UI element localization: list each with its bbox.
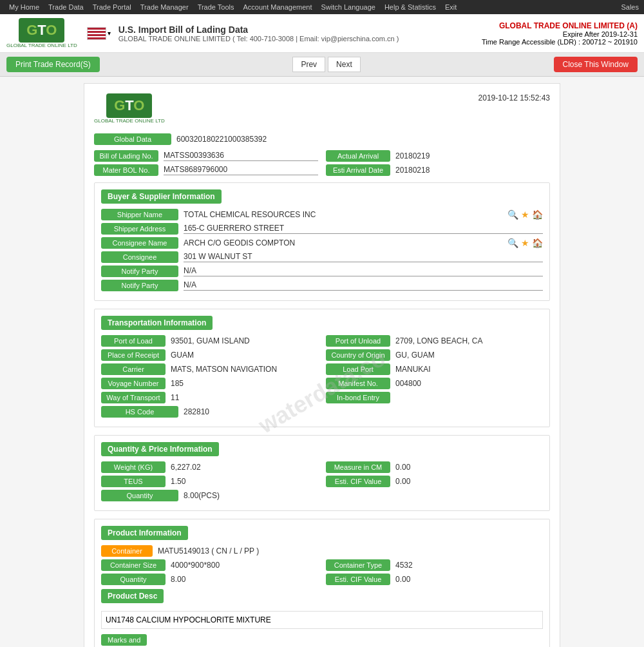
transport-inbond-row: Way of Transport 11 In-bond Entry bbox=[101, 392, 543, 403]
way-transport-label: Way of Transport bbox=[101, 392, 166, 403]
shipper-icons: 🔍 ★ 🏠 bbox=[507, 209, 543, 220]
voyage-col: Voyage Number 185 bbox=[101, 378, 318, 389]
nav-trade-data[interactable]: Trade Data bbox=[44, 2, 88, 12]
manifest-label: Manifest No. bbox=[326, 378, 390, 389]
doc-logo-box: GTO bbox=[106, 93, 152, 118]
header-title: U.S. Import Bill of Lading Data GLOBAL T… bbox=[118, 24, 482, 43]
hs-code-label: HS Code bbox=[101, 406, 178, 418]
port-unload-value: 2709, LONG BEACH, CA bbox=[395, 336, 543, 345]
container-size-label: Container Size bbox=[101, 559, 166, 571]
consignee-search-icon[interactable]: 🔍 bbox=[507, 238, 518, 248]
weight-measure-row: Weight (KG) 6,227.02 Measure in CM 0.00 bbox=[101, 461, 543, 473]
place-receipt-value: GUAM bbox=[171, 351, 318, 360]
header-right: GLOBAL TRADE ONLINE LIMITED (A) Expire A… bbox=[482, 21, 638, 46]
way-transport-col: Way of Transport 11 bbox=[101, 392, 318, 403]
bol-row: Bill of Lading No. MATSS00393636 Actual … bbox=[94, 150, 550, 162]
country-origin-col: Country of Origin GU, GUAM bbox=[326, 349, 543, 361]
close-button-top[interactable]: Close This Window bbox=[554, 57, 638, 72]
nav-exit[interactable]: Exit bbox=[441, 2, 460, 12]
teus-label: TEUS bbox=[101, 476, 166, 487]
inbond-col: In-bond Entry bbox=[326, 392, 543, 403]
consignee-name-value: ARCH C/O GEODIS COMPTON bbox=[184, 238, 502, 247]
actual-arrival-label: Actual Arrival bbox=[326, 150, 390, 162]
consignee-icons: 🔍 ★ 🏠 bbox=[507, 238, 543, 248]
voyage-label: Voyage Number bbox=[101, 378, 166, 389]
transport-section: Transportation Information Port of Load … bbox=[94, 309, 550, 427]
container-size-type-row: Container Size 4000*900*800 Container Ty… bbox=[101, 559, 543, 571]
logo-area: GTO GLOBAL TRADE ONLINE LTD bbox=[6, 18, 77, 48]
country-origin-value: GU, GUAM bbox=[395, 351, 543, 360]
nav-help[interactable]: Help & Statistics bbox=[381, 2, 440, 12]
nav-trade-tools[interactable]: Trade Tools bbox=[194, 2, 238, 12]
shipper-star-icon[interactable]: ★ bbox=[521, 209, 529, 220]
port-unload-label: Port of Unload bbox=[326, 335, 390, 347]
next-button-top[interactable]: Next bbox=[328, 57, 361, 72]
load-port-col: Load Port MANUKAI bbox=[326, 363, 543, 375]
hs-code-row: HS Code 282810 bbox=[101, 406, 543, 418]
consignee-star-icon[interactable]: ★ bbox=[521, 238, 529, 248]
cif-value: 0.00 bbox=[395, 477, 543, 486]
cif-col: Esti. CIF Value 0.00 bbox=[326, 476, 543, 487]
nav-trade-portal[interactable]: Trade Portal bbox=[89, 2, 135, 12]
shipper-name-value: TOTAL CHEMICAL RESOURCES INC bbox=[184, 210, 502, 219]
notify-party-value2: N/A bbox=[184, 280, 543, 291]
shipper-search-icon[interactable]: 🔍 bbox=[507, 209, 518, 220]
carrier-col: Carrier MATS, MATSON NAVIGATION bbox=[101, 363, 318, 375]
cif-label: Esti. CIF Value bbox=[326, 476, 390, 487]
nav-sales: Sales bbox=[621, 3, 639, 11]
notify-party-row2: Notify Party N/A bbox=[101, 280, 543, 291]
prod-cif-label: Esti. CIF Value bbox=[326, 574, 390, 585]
document: waterdata.co GTO GLOBAL TRADE ONLINE LTD… bbox=[84, 83, 560, 647]
quantity-row: Quantity 8.00(PCS) bbox=[101, 490, 543, 501]
nav-my-home[interactable]: My Home bbox=[5, 2, 43, 12]
consignee-home-icon[interactable]: 🏠 bbox=[532, 238, 543, 248]
actual-arrival-col: Actual Arrival 20180219 bbox=[326, 150, 550, 162]
shipper-address-label: Shipper Address bbox=[101, 223, 178, 235]
shipper-address-value: 165-C GUERRERO STREET bbox=[184, 224, 543, 234]
port-load-col: Port of Load 93501, GUAM ISLAND bbox=[101, 335, 318, 347]
place-receipt-col: Place of Receipt GUAM bbox=[101, 349, 318, 361]
manifest-col: Manifest No. 004800 bbox=[326, 378, 543, 389]
shipper-address-row: Shipper Address 165-C GUERRERO STREET bbox=[101, 223, 543, 235]
esti-arrival-col: Esti Arrival Date 20180218 bbox=[326, 164, 550, 176]
receipt-origin-row: Place of Receipt GUAM Country of Origin … bbox=[101, 349, 543, 361]
voyage-value: 185 bbox=[171, 379, 318, 388]
container-size-value: 4000*900*800 bbox=[171, 561, 318, 570]
bol-label: Bill of Lading No. bbox=[94, 150, 158, 162]
container-type-col: Container Type 4532 bbox=[326, 559, 543, 571]
place-receipt-label: Place of Receipt bbox=[101, 349, 166, 361]
print-button-top[interactable]: Print Trade Record(S) bbox=[6, 57, 100, 72]
port-row: Port of Load 93501, GUAM ISLAND Port of … bbox=[101, 335, 543, 347]
container-type-label: Container Type bbox=[326, 559, 390, 571]
prev-button-top[interactable]: Prev bbox=[292, 57, 325, 72]
nav-switch-lang[interactable]: Switch Language bbox=[317, 2, 379, 12]
master-bol-row: Mater BOL No. MATS8689796000 Esti Arriva… bbox=[94, 164, 550, 176]
notify-party-label1: Notify Party bbox=[101, 266, 178, 277]
weight-col: Weight (KG) 6,227.02 bbox=[101, 461, 318, 473]
notify-party-value1: N/A bbox=[184, 266, 543, 276]
carrier-value: MATS, MATSON NAVIGATION bbox=[171, 365, 318, 374]
contact-info: GLOBAL TRADE ONLINE LIMITED ( Tel: 400-7… bbox=[118, 35, 482, 43]
master-bol-col: Mater BOL No. MATS8689796000 bbox=[94, 164, 318, 176]
shipper-name-row: Shipper Name TOTAL CHEMICAL RESOURCES IN… bbox=[101, 209, 543, 220]
port-unload-col: Port of Unload 2709, LONG BEACH, CA bbox=[326, 335, 543, 347]
nav-account-mgmt[interactable]: Account Management bbox=[240, 2, 316, 12]
teus-col: TEUS 1.50 bbox=[101, 476, 318, 487]
prod-qty-value: 8.00 bbox=[171, 575, 318, 584]
load-port-label: Load Port bbox=[326, 363, 390, 375]
voyage-manifest-row: Voyage Number 185 Manifest No. 004800 bbox=[101, 378, 543, 389]
product-desc-area: Product Desc UN1748 CALCIUM HYPOCHLORITE… bbox=[101, 589, 543, 629]
product-section: Product Information Container MATU514901… bbox=[94, 519, 550, 647]
inbond-label: In-bond Entry bbox=[326, 392, 390, 403]
container-type-value: 4532 bbox=[395, 561, 543, 570]
consignee-row: Consignee 301 W WALNUT ST bbox=[101, 251, 543, 263]
prod-cif-value: 0.00 bbox=[395, 575, 543, 584]
doc-header: GTO GLOBAL TRADE ONLINE LTD 2019-10-12 1… bbox=[94, 93, 550, 124]
load-port-value: MANUKAI bbox=[395, 365, 543, 374]
shipper-home-icon[interactable]: 🏠 bbox=[532, 209, 543, 220]
product-header: Product Information bbox=[101, 526, 188, 540]
bol-value: MATSS00393636 bbox=[164, 151, 318, 161]
manifest-value: 004800 bbox=[395, 379, 543, 388]
nav-trade-manager[interactable]: Trade Manager bbox=[137, 2, 193, 12]
product-desc-header: Product Desc bbox=[101, 589, 164, 603]
